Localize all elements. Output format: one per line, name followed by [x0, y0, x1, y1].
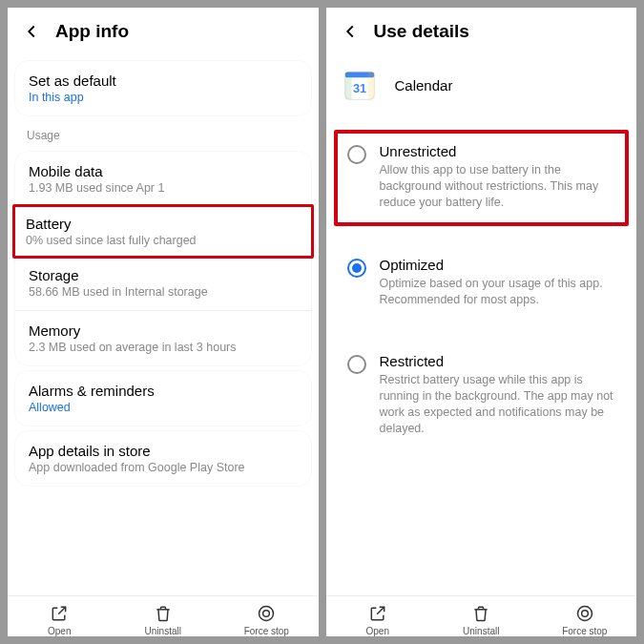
row-battery[interactable]: Battery 0% used since last fully charged: [12, 204, 314, 259]
option-desc: Allow this app to use battery in the bac…: [380, 162, 616, 211]
radio-icon[interactable]: [347, 145, 366, 164]
option-desc: Restrict battery usage while this app is…: [380, 372, 616, 437]
svg-point-1: [263, 611, 270, 617]
option-title: Unrestricted: [380, 143, 616, 159]
row-title: Memory: [29, 322, 298, 339]
app-name-label: Calendar: [395, 77, 453, 93]
svg-point-7: [577, 607, 592, 621]
app-identity-row: 31 Calendar: [326, 55, 637, 124]
row-title: App details in store: [29, 443, 298, 459]
svg-text:31: 31: [352, 81, 365, 95]
page-title: App info: [55, 21, 129, 42]
row-title: Mobile data: [29, 163, 298, 179]
back-icon[interactable]: [21, 21, 42, 42]
svg-rect-5: [367, 72, 374, 99]
usage-section-header: Usage: [8, 121, 319, 146]
svg-point-0: [260, 607, 274, 621]
header-bar: App info: [8, 8, 319, 55]
open-label: Open: [48, 626, 71, 636]
force-stop-button[interactable]: Force stop: [533, 604, 637, 636]
open-button[interactable]: Open: [326, 604, 430, 636]
svg-rect-4: [344, 72, 351, 99]
uninstall-label: Uninstall: [463, 626, 499, 636]
row-sub: App downloaded from Google Play Store: [29, 461, 298, 474]
row-title: Battery: [26, 216, 301, 232]
row-sub: 2.3 MB used on average in last 3 hours: [29, 341, 298, 354]
row-mobile-data[interactable]: Mobile data 1.93 MB used since Apr 1: [15, 152, 311, 207]
row-app-details-store[interactable]: App details in store App downloaded from…: [15, 431, 311, 486]
force-stop-button[interactable]: Force stop: [215, 604, 319, 636]
calendar-app-icon: 31: [343, 69, 376, 101]
app-info-screen: App info Set as default In this app Usag…: [8, 8, 319, 636]
row-title: Set as default: [29, 73, 298, 89]
option-unrestricted[interactable]: Unrestricted Allow this app to use batte…: [334, 130, 630, 226]
row-title: Storage: [29, 267, 298, 283]
radio-icon[interactable]: [347, 259, 366, 278]
row-sub: 58.66 MB used in Internal storage: [29, 285, 298, 299]
row-title: Alarms & reminders: [29, 383, 298, 399]
row-memory[interactable]: Memory 2.3 MB used on average in last 3 …: [15, 311, 311, 365]
uninstall-button[interactable]: Uninstall: [429, 604, 533, 636]
trash-icon: [471, 604, 490, 623]
force-stop-label: Force stop: [562, 626, 607, 636]
force-stop-label: Force stop: [244, 626, 289, 636]
uninstall-label: Uninstall: [145, 626, 181, 636]
row-sub: In this app: [29, 91, 298, 104]
option-title: Restricted: [380, 353, 616, 369]
bottom-action-bar: Open Uninstall Force stop: [326, 595, 637, 636]
svg-point-8: [581, 611, 588, 617]
force-stop-icon: [575, 604, 594, 623]
uninstall-button[interactable]: Uninstall: [112, 604, 216, 636]
header-bar: Use details: [326, 8, 637, 55]
row-alarms-reminders[interactable]: Alarms & reminders Allowed: [15, 371, 311, 426]
use-details-screen: Use details 31 Calendar Unrestricted: [326, 8, 637, 636]
bottom-action-bar: Open Uninstall Force stop: [8, 595, 319, 636]
open-icon: [50, 604, 69, 623]
option-title: Optimized: [380, 257, 616, 273]
open-icon: [368, 604, 387, 623]
option-optimized[interactable]: Optimized Optimize based on your usage o…: [334, 243, 630, 323]
row-sub: Allowed: [29, 401, 298, 414]
row-storage[interactable]: Storage 58.66 MB used in Internal storag…: [15, 256, 311, 311]
option-restricted[interactable]: Restricted Restrict battery usage while …: [334, 340, 630, 452]
page-title: Use details: [374, 21, 469, 42]
option-desc: Optimize based on your usage of this app…: [380, 276, 616, 308]
row-sub: 0% used since last fully charged: [26, 234, 301, 247]
back-icon[interactable]: [340, 21, 361, 42]
force-stop-icon: [257, 604, 276, 623]
row-sub: 1.93 MB used since Apr 1: [29, 181, 298, 195]
radio-icon[interactable]: [347, 355, 366, 374]
open-label: Open: [366, 626, 389, 636]
trash-icon: [154, 604, 173, 623]
row-set-as-default[interactable]: Set as default In this app: [15, 61, 311, 115]
open-button[interactable]: Open: [8, 604, 112, 636]
